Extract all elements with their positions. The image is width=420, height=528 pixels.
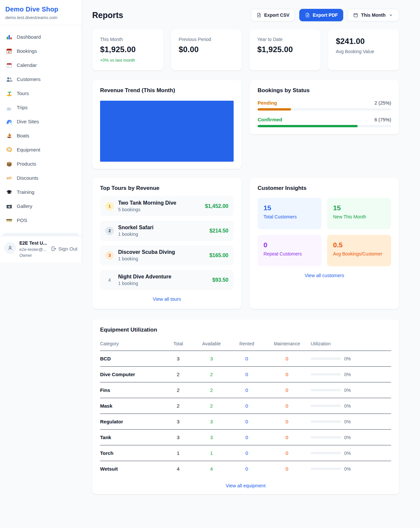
utilization-bar [311, 452, 341, 454]
utilization-bar [311, 436, 341, 438]
cell-category: BCD [100, 351, 164, 367]
progress-track [258, 125, 391, 127]
sign-out-button[interactable]: Sign Out [51, 246, 77, 252]
sidebar-item-pos[interactable]: POS [3, 213, 79, 227]
export-pdf-label: Export PDF [313, 12, 338, 18]
cell-maintenance: 0 [263, 414, 311, 430]
package-icon [6, 161, 12, 167]
main-content: Reports Export CSV Export PDF This Month [82, 0, 409, 494]
sidebar-item-label: Bookings [17, 48, 37, 54]
cell-available: 3 [193, 414, 230, 430]
tile-label: New This Month [333, 214, 385, 219]
sidebar-item-customers[interactable]: Customers [3, 72, 79, 86]
revenue-trend-title: Revenue Trend (This Month) [100, 87, 234, 94]
sidebar-item-training[interactable]: Training [3, 185, 79, 199]
cell-maintenance: 0 [263, 367, 311, 382]
sidebar-item-label: Products [17, 161, 36, 167]
sidebar-item-trips[interactable]: Trips [3, 100, 79, 114]
list-item: 1 Two Tank Morning Dive 5 bookings $1,45… [100, 196, 234, 216]
sidebar-item-dive-sites[interactable]: Dive Sites [3, 114, 79, 129]
cell-total: 3 [164, 351, 193, 367]
view-all-tours-link[interactable]: View all tours [100, 296, 234, 302]
cell-category: Torch [100, 445, 164, 461]
table-row: BCD 3 3 0 0 0% [100, 351, 391, 367]
credit-card-icon [6, 217, 12, 224]
utilization-percent: 0% [344, 466, 351, 472]
sign-out-icon [51, 246, 56, 252]
tour-amount: $165.00 [209, 253, 228, 258]
tour-name: Two Tank Morning Dive [118, 200, 201, 206]
cell-available: 2 [193, 367, 230, 382]
sidebar-item-discounts[interactable]: Discounts [3, 171, 79, 185]
sidebar-item-label: Discounts [17, 175, 38, 181]
sidebar-item-boats[interactable]: Boats [3, 129, 79, 143]
sidebar-item-calendar[interactable]: Calendar [3, 58, 79, 72]
stat-label: Avg Booking Value [336, 49, 391, 54]
user-name: E2E Test U... [19, 240, 48, 247]
user-meta: E2E Test U... e2e-tester@... Owner [19, 240, 48, 258]
dive-mask-icon [6, 147, 12, 153]
tile-value: 15 [333, 204, 385, 212]
table-row: Tank 3 3 0 0 0% [100, 430, 391, 445]
sidebar-item-reports-partial[interactable] [3, 233, 79, 236]
sidebar-item-gallery[interactable]: Gallery [3, 199, 79, 213]
table-row: Mask 2 2 0 0 0% [100, 398, 391, 414]
revenue-trend-card: Revenue Trend (This Month) [92, 80, 242, 169]
export-csv-label: Export CSV [264, 12, 289, 18]
export-csv-button[interactable]: Export CSV [251, 9, 295, 21]
tile-value: 0.5 [333, 241, 385, 249]
sidebar-item-products[interactable]: Products [3, 157, 79, 171]
cell-maintenance: 0 [263, 398, 311, 414]
file-download-icon [305, 12, 310, 18]
cell-rented: 0 [230, 382, 263, 398]
sidebar-item-bookings[interactable]: 17 Bookings [3, 44, 79, 58]
calendar-pad-icon [6, 62, 12, 69]
table-row: Regulator 3 3 0 0 0% [100, 414, 391, 430]
status-value: 2 (25%) [374, 100, 391, 106]
cell-category: Dive Computer [100, 367, 164, 382]
people-icon [6, 76, 12, 83]
view-all-customers-link[interactable]: View all customers [258, 273, 391, 278]
chevron-down-icon [388, 12, 393, 18]
tour-name: Night Dive Adventure [118, 274, 208, 280]
export-pdf-button[interactable]: Export PDF [299, 9, 343, 21]
utilization-percent: 0% [344, 403, 351, 409]
revenue-trend-chart [100, 101, 234, 162]
tour-bookings: 5 bookings [118, 207, 201, 212]
shop-domain: demo.test.divestreams.com [5, 15, 76, 20]
insight-tile-new-this-month: 15 New This Month [327, 198, 391, 229]
tour-bookings: 1 booking [118, 232, 205, 237]
bar-chart-icon [6, 34, 12, 40]
cell-category: Mask [100, 398, 164, 414]
period-select[interactable]: This Month [347, 9, 399, 21]
speedboat-icon [6, 104, 12, 111]
bookings-by-status-card: Bookings by Status Pending 2 (25%) Confi… [250, 80, 399, 134]
rank-badge: 3 [105, 251, 114, 260]
cell-total: 1 [164, 445, 193, 461]
customer-insights-card: Customer Insights 15 Total Customers 15 … [250, 178, 399, 309]
view-all-equipment-link[interactable]: View all equipment [100, 483, 391, 488]
tag-icon [6, 175, 12, 181]
island-icon [6, 90, 12, 97]
sidebar-item-tours[interactable]: Tours [3, 86, 79, 100]
stat-label: Previous Period [179, 37, 234, 42]
svg-text:17: 17 [8, 51, 10, 53]
cell-available: 2 [193, 398, 230, 414]
sidebar-item-label: Equipment [17, 147, 40, 152]
cell-total: 2 [164, 398, 193, 414]
file-download-icon [256, 12, 262, 18]
sidebar-item-equipment[interactable]: Equipment [3, 143, 79, 157]
page-header: Reports Export CSV Export PDF This Month [92, 9, 399, 21]
bookings-by-status-title: Bookings by Status [258, 87, 391, 94]
brand: Demo Dive Shop demo.test.divestreams.com [0, 0, 82, 25]
cell-total: 3 [164, 414, 193, 430]
utilization-bar [311, 389, 341, 391]
cell-rented: 0 [230, 445, 263, 461]
sailboat-icon [6, 132, 12, 139]
stat-value: $1,925.00 [257, 45, 313, 54]
tour-amount: $1,452.00 [205, 203, 228, 209]
rank-badge: 2 [105, 227, 114, 235]
sidebar-item-dashboard[interactable]: Dashboard [3, 30, 79, 44]
list-item: 4 Night Dive Adventure 1 booking $93.50 [100, 270, 234, 290]
user-footer: E2E Test U... e2e-tester@... Owner Sign … [0, 236, 82, 262]
